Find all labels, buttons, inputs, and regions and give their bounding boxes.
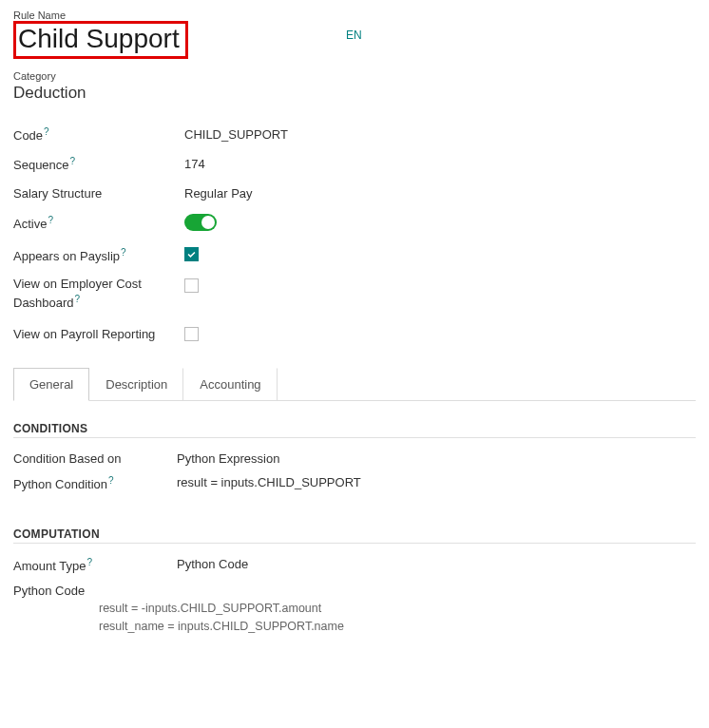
sequence-label: Sequence xyxy=(13,159,69,173)
sequence-value[interactable]: 174 xyxy=(184,149,288,179)
salary-structure-label: Salary Structure xyxy=(13,186,102,201)
view-payroll-reporting-label: View on Payroll Reporting xyxy=(13,327,155,341)
python-code-label: Python Code xyxy=(13,584,85,598)
category-label: Category xyxy=(13,70,696,82)
category-value[interactable]: Deduction xyxy=(13,84,696,103)
rule-name-highlight-box: Child Support xyxy=(13,21,188,59)
code-label: Code xyxy=(13,128,43,143)
help-icon[interactable]: ? xyxy=(108,475,114,486)
active-toggle[interactable] xyxy=(184,214,217,231)
salary-structure-value[interactable]: Regular Pay xyxy=(184,180,288,207)
conditions-section-header: CONDITIONS xyxy=(13,422,696,438)
help-icon[interactable]: ? xyxy=(44,126,49,137)
appears-on-payslip-label: Appears on Payslip xyxy=(13,249,120,263)
view-payroll-reporting-checkbox[interactable] xyxy=(184,327,199,341)
rule-name-label: Rule Name xyxy=(13,10,696,21)
python-code-value[interactable]: result = -inputs.CHILD_SUPPORT.amount re… xyxy=(99,600,696,636)
help-icon[interactable]: ? xyxy=(70,156,76,166)
appears-on-payslip-checkbox[interactable] xyxy=(184,247,199,261)
language-badge[interactable]: EN xyxy=(346,29,362,42)
help-icon[interactable]: ? xyxy=(75,294,81,304)
tab-description[interactable]: Description xyxy=(89,368,183,401)
condition-based-on-value[interactable]: Python Expression xyxy=(177,451,279,466)
code-value[interactable]: CHILD_SUPPORT xyxy=(184,120,288,149)
tab-accounting[interactable]: Accounting xyxy=(183,368,277,401)
condition-based-on-label: Condition Based on xyxy=(13,451,121,466)
help-icon[interactable]: ? xyxy=(48,215,53,225)
computation-section-header: COMPUTATION xyxy=(13,527,696,544)
active-label: Active xyxy=(13,218,47,232)
python-condition-value[interactable]: result = inputs.CHILD_SUPPORT xyxy=(177,475,361,491)
help-icon[interactable]: ? xyxy=(121,247,126,258)
rule-name-value[interactable]: Child Support xyxy=(18,24,180,53)
help-icon[interactable]: ? xyxy=(86,557,92,567)
python-condition-label: Python Condition xyxy=(13,477,107,491)
check-icon xyxy=(186,249,197,259)
amount-type-label: Amount Type xyxy=(13,560,86,574)
amount-type-value[interactable]: Python Code xyxy=(177,557,248,573)
tab-general[interactable]: General xyxy=(13,368,89,401)
view-employer-cost-checkbox[interactable] xyxy=(184,278,199,293)
